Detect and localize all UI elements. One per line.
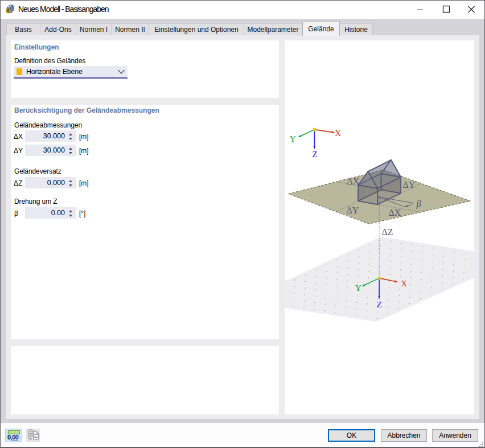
svg-text:Z: Z <box>377 300 382 309</box>
svg-text:6: 6 <box>7 8 10 14</box>
svg-text:ΔY: ΔY <box>347 205 359 215</box>
svg-text:ΔX: ΔX <box>347 176 360 186</box>
svg-text:Z: Z <box>312 150 317 159</box>
svg-text:ΔX: ΔX <box>389 208 401 217</box>
svg-text:X: X <box>401 279 407 288</box>
svg-text:Y: Y <box>290 134 296 143</box>
svg-text:ΔZ: ΔZ <box>382 227 393 237</box>
svg-text:β: β <box>416 198 422 209</box>
svg-text:ΔY: ΔY <box>403 180 416 190</box>
svg-text:Y: Y <box>355 283 361 293</box>
svg-text:X: X <box>335 129 341 138</box>
